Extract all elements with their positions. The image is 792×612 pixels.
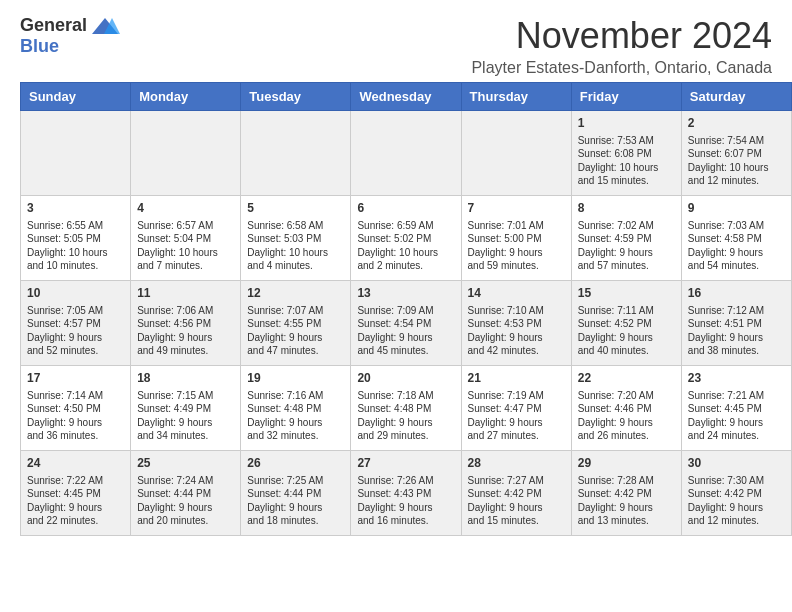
header-row: SundayMondayTuesdayWednesdayThursdayFrid… [21,83,792,111]
day-number: 5 [247,200,344,217]
cell-info: Sunrise: 7:22 AM Sunset: 4:45 PM Dayligh… [27,474,124,528]
cell-info: Sunrise: 7:11 AM Sunset: 4:52 PM Dayligh… [578,304,675,358]
calendar-cell: 20Sunrise: 7:18 AM Sunset: 4:48 PM Dayli… [351,366,461,451]
day-number: 12 [247,285,344,302]
cell-info: Sunrise: 7:19 AM Sunset: 4:47 PM Dayligh… [468,389,565,443]
cell-info: Sunrise: 7:05 AM Sunset: 4:57 PM Dayligh… [27,304,124,358]
calendar-cell: 4Sunrise: 6:57 AM Sunset: 5:04 PM Daylig… [131,196,241,281]
cell-info: Sunrise: 7:03 AM Sunset: 4:58 PM Dayligh… [688,219,785,273]
cell-info: Sunrise: 7:21 AM Sunset: 4:45 PM Dayligh… [688,389,785,443]
cell-info: Sunrise: 7:14 AM Sunset: 4:50 PM Dayligh… [27,389,124,443]
calendar-cell: 24Sunrise: 7:22 AM Sunset: 4:45 PM Dayli… [21,451,131,536]
day-header-saturday: Saturday [681,83,791,111]
calendar-cell: 9Sunrise: 7:03 AM Sunset: 4:58 PM Daylig… [681,196,791,281]
calendar-cell: 18Sunrise: 7:15 AM Sunset: 4:49 PM Dayli… [131,366,241,451]
page-header: General Blue November 2024 Playter Estat… [0,0,792,82]
calendar-cell: 21Sunrise: 7:19 AM Sunset: 4:47 PM Dayli… [461,366,571,451]
cell-info: Sunrise: 7:24 AM Sunset: 4:44 PM Dayligh… [137,474,234,528]
calendar-cell: 28Sunrise: 7:27 AM Sunset: 4:42 PM Dayli… [461,451,571,536]
calendar-cell: 30Sunrise: 7:30 AM Sunset: 4:42 PM Dayli… [681,451,791,536]
day-number: 20 [357,370,454,387]
day-header-thursday: Thursday [461,83,571,111]
day-number: 18 [137,370,234,387]
cell-info: Sunrise: 7:07 AM Sunset: 4:55 PM Dayligh… [247,304,344,358]
day-number: 8 [578,200,675,217]
cell-info: Sunrise: 7:02 AM Sunset: 4:59 PM Dayligh… [578,219,675,273]
month-title: November 2024 [471,15,772,57]
cell-info: Sunrise: 7:09 AM Sunset: 4:54 PM Dayligh… [357,304,454,358]
logo-blue-text: Blue [20,36,59,57]
calendar-cell: 5Sunrise: 6:58 AM Sunset: 5:03 PM Daylig… [241,196,351,281]
week-row-3: 10Sunrise: 7:05 AM Sunset: 4:57 PM Dayli… [21,281,792,366]
calendar-cell: 17Sunrise: 7:14 AM Sunset: 4:50 PM Dayli… [21,366,131,451]
calendar-cell: 1Sunrise: 7:53 AM Sunset: 6:08 PM Daylig… [571,111,681,196]
cell-info: Sunrise: 6:58 AM Sunset: 5:03 PM Dayligh… [247,219,344,273]
day-number: 29 [578,455,675,472]
week-row-5: 24Sunrise: 7:22 AM Sunset: 4:45 PM Dayli… [21,451,792,536]
day-number: 26 [247,455,344,472]
cell-info: Sunrise: 7:01 AM Sunset: 5:00 PM Dayligh… [468,219,565,273]
cell-info: Sunrise: 7:30 AM Sunset: 4:42 PM Dayligh… [688,474,785,528]
calendar-cell: 11Sunrise: 7:06 AM Sunset: 4:56 PM Dayli… [131,281,241,366]
cell-info: Sunrise: 7:12 AM Sunset: 4:51 PM Dayligh… [688,304,785,358]
day-header-monday: Monday [131,83,241,111]
calendar-cell [21,111,131,196]
day-number: 14 [468,285,565,302]
day-number: 22 [578,370,675,387]
cell-info: Sunrise: 7:18 AM Sunset: 4:48 PM Dayligh… [357,389,454,443]
calendar-cell: 19Sunrise: 7:16 AM Sunset: 4:48 PM Dayli… [241,366,351,451]
cell-info: Sunrise: 7:53 AM Sunset: 6:08 PM Dayligh… [578,134,675,188]
calendar-wrapper: SundayMondayTuesdayWednesdayThursdayFrid… [0,82,792,546]
cell-info: Sunrise: 6:57 AM Sunset: 5:04 PM Dayligh… [137,219,234,273]
day-header-friday: Friday [571,83,681,111]
day-number: 23 [688,370,785,387]
day-header-wednesday: Wednesday [351,83,461,111]
cell-info: Sunrise: 7:26 AM Sunset: 4:43 PM Dayligh… [357,474,454,528]
day-number: 28 [468,455,565,472]
day-number: 27 [357,455,454,472]
cell-info: Sunrise: 7:20 AM Sunset: 4:46 PM Dayligh… [578,389,675,443]
logo: General Blue [20,15,120,57]
day-number: 30 [688,455,785,472]
day-number: 1 [578,115,675,132]
calendar-cell: 25Sunrise: 7:24 AM Sunset: 4:44 PM Dayli… [131,451,241,536]
calendar-cell: 15Sunrise: 7:11 AM Sunset: 4:52 PM Dayli… [571,281,681,366]
day-number: 17 [27,370,124,387]
day-header-tuesday: Tuesday [241,83,351,111]
calendar-cell [131,111,241,196]
calendar-cell: 22Sunrise: 7:20 AM Sunset: 4:46 PM Dayli… [571,366,681,451]
day-number: 24 [27,455,124,472]
calendar-cell [461,111,571,196]
day-number: 9 [688,200,785,217]
calendar-cell: 14Sunrise: 7:10 AM Sunset: 4:53 PM Dayli… [461,281,571,366]
day-number: 6 [357,200,454,217]
title-section: November 2024 Playter Estates-Danforth, … [471,15,772,77]
calendar-table: SundayMondayTuesdayWednesdayThursdayFrid… [20,82,792,536]
week-row-4: 17Sunrise: 7:14 AM Sunset: 4:50 PM Dayli… [21,366,792,451]
day-number: 11 [137,285,234,302]
day-number: 7 [468,200,565,217]
week-row-2: 3Sunrise: 6:55 AM Sunset: 5:05 PM Daylig… [21,196,792,281]
calendar-cell [241,111,351,196]
calendar-cell: 12Sunrise: 7:07 AM Sunset: 4:55 PM Dayli… [241,281,351,366]
cell-info: Sunrise: 7:15 AM Sunset: 4:49 PM Dayligh… [137,389,234,443]
day-number: 4 [137,200,234,217]
calendar-cell: 7Sunrise: 7:01 AM Sunset: 5:00 PM Daylig… [461,196,571,281]
cell-info: Sunrise: 7:27 AM Sunset: 4:42 PM Dayligh… [468,474,565,528]
week-row-1: 1Sunrise: 7:53 AM Sunset: 6:08 PM Daylig… [21,111,792,196]
calendar-body: 1Sunrise: 7:53 AM Sunset: 6:08 PM Daylig… [21,111,792,536]
day-number: 25 [137,455,234,472]
cell-info: Sunrise: 7:06 AM Sunset: 4:56 PM Dayligh… [137,304,234,358]
cell-info: Sunrise: 6:55 AM Sunset: 5:05 PM Dayligh… [27,219,124,273]
calendar-cell: 27Sunrise: 7:26 AM Sunset: 4:43 PM Dayli… [351,451,461,536]
day-header-sunday: Sunday [21,83,131,111]
calendar-cell: 26Sunrise: 7:25 AM Sunset: 4:44 PM Dayli… [241,451,351,536]
calendar-cell: 2Sunrise: 7:54 AM Sunset: 6:07 PM Daylig… [681,111,791,196]
calendar-cell: 6Sunrise: 6:59 AM Sunset: 5:02 PM Daylig… [351,196,461,281]
cell-info: Sunrise: 7:54 AM Sunset: 6:07 PM Dayligh… [688,134,785,188]
day-number: 2 [688,115,785,132]
location-title: Playter Estates-Danforth, Ontario, Canad… [471,59,772,77]
logo-icon [90,16,120,36]
day-number: 10 [27,285,124,302]
calendar-cell [351,111,461,196]
